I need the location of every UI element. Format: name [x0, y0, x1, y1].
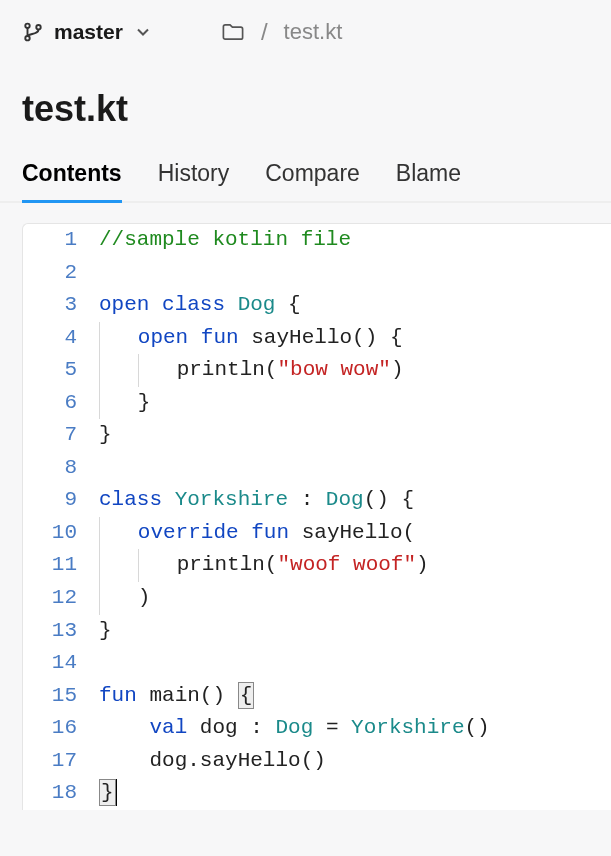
- code-table[interactable]: 1//sample kotlin file23open class Dog {4…: [23, 224, 611, 810]
- page-title: test.kt: [0, 64, 611, 150]
- line-content[interactable]: //sample kotlin file: [95, 224, 611, 257]
- line-content[interactable]: dog.sayHello(): [95, 745, 611, 778]
- line-number[interactable]: 5: [23, 354, 95, 387]
- line-content[interactable]: open fun sayHello() {: [95, 322, 611, 355]
- svg-point-0: [25, 24, 29, 28]
- breadcrumb-file[interactable]: test.kt: [284, 19, 343, 45]
- code-line: 3open class Dog {: [23, 289, 611, 322]
- code-line: 17 dog.sayHello(): [23, 745, 611, 778]
- matched-brace: {: [238, 682, 255, 709]
- line-number[interactable]: 10: [23, 517, 95, 550]
- line-number[interactable]: 3: [23, 289, 95, 322]
- line-content[interactable]: }: [95, 387, 611, 420]
- line-number[interactable]: 15: [23, 680, 95, 713]
- line-content[interactable]: println("woof woof"): [95, 549, 611, 582]
- tabs: Contents History Compare Blame: [0, 150, 611, 203]
- line-number[interactable]: 8: [23, 452, 95, 485]
- code-line: 1//sample kotlin file: [23, 224, 611, 257]
- line-content[interactable]: ): [95, 582, 611, 615]
- line-number[interactable]: 11: [23, 549, 95, 582]
- line-number[interactable]: 17: [23, 745, 95, 778]
- line-content[interactable]: override fun sayHello(: [95, 517, 611, 550]
- line-content[interactable]: val dog : Dog = Yorkshire(): [95, 712, 611, 745]
- matched-brace: }: [99, 779, 116, 806]
- code-line: 14: [23, 647, 611, 680]
- tab-history[interactable]: History: [158, 150, 230, 201]
- code-line: 8: [23, 452, 611, 485]
- breadcrumb: / test.kt: [221, 18, 342, 46]
- line-number[interactable]: 7: [23, 419, 95, 452]
- svg-point-2: [36, 25, 40, 29]
- code-line: 6 }: [23, 387, 611, 420]
- code-panel: 1//sample kotlin file23open class Dog {4…: [22, 223, 611, 810]
- code-line: 15fun main() {: [23, 680, 611, 713]
- code-line: 7}: [23, 419, 611, 452]
- code-line: 16 val dog : Dog = Yorkshire(): [23, 712, 611, 745]
- line-content[interactable]: }: [95, 419, 611, 452]
- line-number[interactable]: 4: [23, 322, 95, 355]
- line-number[interactable]: 13: [23, 615, 95, 648]
- breadcrumb-separator: /: [261, 18, 268, 46]
- code-line: 9class Yorkshire : Dog() {: [23, 484, 611, 517]
- line-content[interactable]: open class Dog {: [95, 289, 611, 322]
- code-line: 11 println("woof woof"): [23, 549, 611, 582]
- branch-icon: [22, 21, 44, 43]
- svg-point-1: [25, 36, 29, 40]
- code-line: 13}: [23, 615, 611, 648]
- chevron-down-icon: [133, 22, 153, 42]
- line-number[interactable]: 6: [23, 387, 95, 420]
- line-content[interactable]: println("bow wow"): [95, 354, 611, 387]
- line-number[interactable]: 16: [23, 712, 95, 745]
- line-content[interactable]: [95, 452, 611, 485]
- branch-name: master: [54, 20, 123, 44]
- line-number[interactable]: 2: [23, 257, 95, 290]
- branch-selector[interactable]: master: [22, 20, 153, 44]
- line-number[interactable]: 12: [23, 582, 95, 615]
- tab-contents[interactable]: Contents: [22, 150, 122, 201]
- line-number[interactable]: 14: [23, 647, 95, 680]
- text-caret: [116, 779, 117, 806]
- folder-icon[interactable]: [221, 20, 245, 44]
- code-line: 12 ): [23, 582, 611, 615]
- line-content[interactable]: [95, 257, 611, 290]
- line-content[interactable]: }: [95, 777, 611, 810]
- line-number[interactable]: 9: [23, 484, 95, 517]
- line-content[interactable]: class Yorkshire : Dog() {: [95, 484, 611, 517]
- line-content[interactable]: [95, 647, 611, 680]
- tab-blame[interactable]: Blame: [396, 150, 461, 201]
- line-content[interactable]: fun main() {: [95, 680, 611, 713]
- code-line: 2: [23, 257, 611, 290]
- line-number[interactable]: 18: [23, 777, 95, 810]
- code-line: 10 override fun sayHello(: [23, 517, 611, 550]
- tab-compare[interactable]: Compare: [265, 150, 360, 201]
- code-line: 18}: [23, 777, 611, 810]
- line-content[interactable]: }: [95, 615, 611, 648]
- line-number[interactable]: 1: [23, 224, 95, 257]
- code-line: 5 println("bow wow"): [23, 354, 611, 387]
- top-bar: master / test.kt: [0, 0, 611, 64]
- code-line: 4 open fun sayHello() {: [23, 322, 611, 355]
